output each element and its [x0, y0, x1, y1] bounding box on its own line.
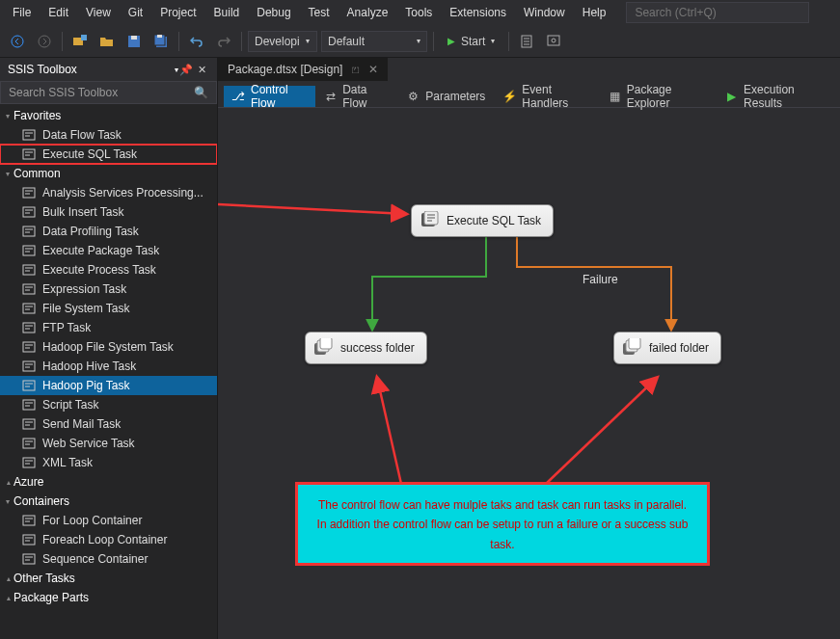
design-tab[interactable]: ▶Execution Results	[718, 86, 834, 107]
toolbox-item[interactable]: Hadoop Hive Task	[0, 357, 217, 376]
designer-tabs: ⎇Control Flow⇄Data Flow⚙Parameters⚡Event…	[218, 81, 840, 108]
design-tab[interactable]: ⚡Event Handlers	[495, 86, 599, 107]
toolbox-item[interactable]: Execute SQL Task	[0, 145, 217, 164]
save-all-button[interactable]	[149, 30, 173, 53]
forward-button[interactable]	[33, 30, 56, 53]
annotation-text: The control flow can have mulple taks an…	[317, 498, 689, 551]
solution-platform-combo[interactable]: Default▾	[321, 31, 427, 52]
menu-test[interactable]: Test	[300, 2, 339, 23]
tree-group-header[interactable]: ▾Favorites	[0, 106, 217, 125]
toolbox-tree[interactable]: ▾FavoritesData Flow TaskExecute SQL Task…	[0, 104, 217, 639]
toolbox-item[interactable]: Execute Process Task	[0, 260, 217, 280]
control-flow-canvas[interactable]: Failure Execute SQL Task success folder …	[218, 108, 840, 639]
svg-point-0	[12, 36, 23, 47]
svg-rect-27	[23, 439, 35, 448]
toolbox-item[interactable]: Hadoop File System Task	[0, 337, 217, 357]
separator	[178, 32, 179, 51]
menu-analyze[interactable]: Analyze	[339, 2, 397, 23]
tree-group-header[interactable]: ▾Common	[0, 164, 217, 183]
toolbox-item-label: Hadoop File System Task	[42, 340, 174, 354]
toolbox-item[interactable]: Bulk Insert Task	[0, 202, 217, 222]
tree-group-label: Favorites	[14, 109, 61, 122]
toolbox-item[interactable]: Hadoop Pig Task	[0, 376, 217, 395]
toolbox-item[interactable]: Sequence Container	[0, 549, 217, 569]
task-icon	[21, 436, 37, 451]
toolbox-item[interactable]: XML Task	[0, 453, 217, 472]
quick-launch-input[interactable]	[626, 2, 809, 23]
menu-extensions[interactable]: Extensions	[441, 2, 515, 23]
toolbox-item[interactable]: Data Profiling Task	[0, 222, 217, 241]
menu-edit[interactable]: Edit	[40, 2, 77, 23]
standard-toolbar: Developi▾ Default▾ ▶Start▾	[0, 25, 840, 58]
design-tab[interactable]: ⎇Control Flow	[224, 86, 315, 107]
tree-group-header[interactable]: ▸Package Parts	[0, 588, 217, 607]
svg-rect-12	[23, 130, 35, 140]
toolbox-item[interactable]: Analysis Services Processing...	[0, 183, 217, 202]
toolbox-search-input[interactable]: Search SSIS Toolbox 🔍	[0, 81, 217, 104]
toolbox-item[interactable]: Data Flow Task	[0, 125, 217, 145]
menu-help[interactable]: Help	[574, 2, 615, 23]
menu-view[interactable]: View	[77, 2, 120, 23]
toolbox-item-label: For Loop Container	[42, 514, 142, 527]
toolbar-extra-1[interactable]	[515, 30, 538, 53]
svg-rect-15	[23, 207, 35, 217]
pin-icon[interactable]: 📌	[178, 64, 194, 76]
svg-rect-28	[23, 458, 35, 467]
toolbar-extra-2[interactable]	[542, 30, 565, 53]
toolbox-item[interactable]: Web Service Task	[0, 434, 217, 453]
menu-git[interactable]: Git	[120, 2, 151, 23]
toolbox-item[interactable]: Send Mail Task	[0, 414, 217, 434]
caret-right-icon: ▸	[4, 576, 13, 580]
undo-button[interactable]	[185, 30, 208, 53]
tree-group-header[interactable]: ▾Containers	[0, 492, 217, 511]
pin-icon[interactable]: ⏍	[352, 63, 359, 76]
menu-debug[interactable]: Debug	[248, 2, 299, 23]
toolbox-item-label: XML Task	[42, 456, 93, 469]
task-icon	[21, 320, 37, 335]
design-tab[interactable]: ⇄Data Flow	[317, 86, 397, 107]
open-button[interactable]	[95, 30, 119, 53]
menu-file[interactable]: File	[4, 2, 40, 23]
task-icon	[21, 281, 37, 297]
menu-project[interactable]: Project	[151, 2, 204, 23]
menu-build[interactable]: Build	[205, 2, 249, 23]
menu-window[interactable]: Window	[515, 2, 574, 23]
menu-tools[interactable]: Tools	[396, 2, 441, 23]
task-icon	[21, 397, 37, 413]
task-failed-folder[interactable]: failed folder	[613, 332, 721, 364]
toolbox-item-label: Script Task	[42, 398, 98, 412]
toolbox-item[interactable]: For Loop Container	[0, 511, 217, 530]
document-tab[interactable]: Package.dtsx [Design] ⏍ ✕	[218, 58, 388, 81]
toolbox-item-label: Execute SQL Task	[42, 147, 137, 161]
close-icon[interactable]: ✕	[368, 63, 378, 76]
toolbox-item[interactable]: Execute Package Task	[0, 241, 217, 260]
svg-rect-31	[23, 554, 35, 564]
toolbox-item[interactable]: File System Task	[0, 299, 217, 318]
toolbox-item[interactable]: Foreach Loop Container	[0, 530, 217, 549]
close-icon[interactable]: ✕	[194, 64, 209, 76]
start-button[interactable]: ▶Start▾	[440, 31, 502, 52]
tree-group-header[interactable]: ▸Other Tasks	[0, 569, 217, 588]
solution-config-combo[interactable]: Developi▾	[248, 31, 317, 52]
task-success-folder[interactable]: success folder	[305, 332, 427, 364]
new-project-button[interactable]	[68, 30, 92, 53]
task-icon	[21, 532, 37, 547]
tree-group-header[interactable]: ▸Azure	[0, 472, 217, 492]
chevron-down-icon: ▾	[491, 37, 495, 45]
toolbox-title-bar[interactable]: SSIS Toolbox ▾ 📌 ✕	[0, 58, 217, 81]
toolbox-item[interactable]: FTP Task	[0, 318, 217, 337]
design-tab[interactable]: ⚙Parameters	[398, 86, 493, 107]
toolbox-item[interactable]: Script Task	[0, 395, 217, 414]
svg-rect-20	[23, 304, 35, 313]
save-button[interactable]	[122, 30, 146, 53]
back-button[interactable]	[6, 30, 29, 53]
svg-rect-3	[81, 35, 87, 40]
separator	[508, 32, 509, 51]
separator	[433, 32, 434, 51]
redo-button[interactable]	[212, 30, 235, 53]
toolbox-item[interactable]: Expression Task	[0, 280, 217, 299]
separator	[241, 32, 242, 51]
design-tab[interactable]: ▦Package Explorer	[601, 86, 716, 107]
tab-icon: ⎇	[231, 90, 245, 103]
task-execute-sql[interactable]: Execute SQL Task	[411, 204, 554, 237]
